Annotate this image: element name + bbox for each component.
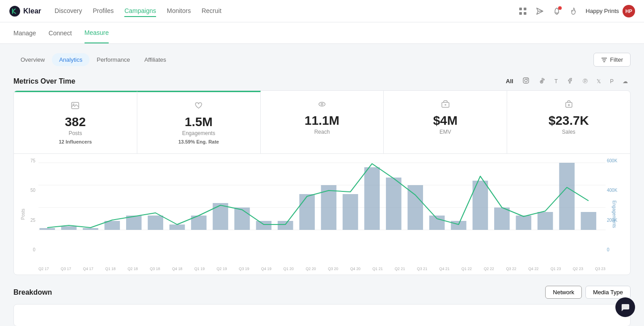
breakdown-title: Breakdown <box>13 288 52 296</box>
svg-rect-40 <box>429 216 445 230</box>
nav-right: Happy Prints HP <box>518 5 635 17</box>
svg-rect-44 <box>516 216 531 230</box>
svg-rect-38 <box>386 178 402 230</box>
svg-rect-8 <box>523 78 529 83</box>
svg-rect-37 <box>364 167 380 230</box>
logo[interactable]: Klear <box>9 5 41 17</box>
filter-icon <box>601 57 607 63</box>
svg-rect-39 <box>407 185 423 230</box>
platform-tiktok[interactable] <box>536 76 548 87</box>
svg-rect-33 <box>278 221 293 230</box>
platform-all[interactable]: All <box>503 76 516 86</box>
send-icon[interactable] <box>535 6 545 16</box>
svg-rect-36 <box>343 194 358 230</box>
top-nav: Klear Discovery Profiles Campaigns Monit… <box>0 0 644 22</box>
svg-point-0 <box>9 6 20 17</box>
stat-emv: $4M EMV <box>384 91 507 153</box>
tab-performance[interactable]: Performance <box>89 53 137 66</box>
sales-icon <box>564 100 573 111</box>
breakdown-bars <box>13 304 631 326</box>
engagements-sub: 13.59% Eng. Rate <box>178 139 219 144</box>
breakdown-tab-media-type[interactable]: Media Type <box>585 286 631 299</box>
platform-filter-bar: All T ⓟ 𝕏 P ☁ <box>503 76 631 87</box>
user-menu[interactable]: Happy Prints HP <box>586 5 635 17</box>
chat-icon <box>620 302 630 312</box>
svg-rect-28 <box>169 224 185 230</box>
svg-rect-43 <box>494 207 510 230</box>
nav-campaigns[interactable]: Campaigns <box>124 5 156 17</box>
notification-icon[interactable] <box>552 6 562 16</box>
platform-pinterest2[interactable]: ⓟ <box>580 76 590 86</box>
analytics-tabs-row: Overview Analytics Performance Affiliate… <box>13 53 631 67</box>
svg-rect-27 <box>148 216 163 230</box>
metrics-title: Metrics Over Time <box>13 77 75 85</box>
fire-icon[interactable] <box>569 6 579 16</box>
svg-rect-45 <box>538 212 553 230</box>
tab-analytics[interactable]: Analytics <box>52 53 89 66</box>
posts-label: Posts <box>68 130 82 136</box>
emv-icon <box>441 100 450 111</box>
svg-rect-30 <box>213 203 229 230</box>
breakdown-tab-network[interactable]: Network <box>545 286 582 299</box>
svg-rect-34 <box>299 194 315 230</box>
svg-point-17 <box>568 105 569 106</box>
reach-value: 11.1M <box>305 114 339 128</box>
svg-rect-3 <box>519 12 522 15</box>
user-name: Happy Prints <box>586 8 619 14</box>
breakdown-header: Breakdown Network Media Type <box>13 286 631 299</box>
user-avatar: HP <box>623 5 635 17</box>
platform-instagram[interactable] <box>520 76 532 87</box>
nav-profiles[interactable]: Profiles <box>93 5 114 17</box>
chart-svg <box>38 158 606 252</box>
subnav-manage[interactable]: Manage <box>13 23 36 43</box>
svg-point-14 <box>321 103 323 105</box>
filter-button[interactable]: Filter <box>593 53 631 67</box>
platform-facebook[interactable] <box>564 76 576 87</box>
metrics-section: Metrics Over Time All T ⓟ 𝕏 P ☁ <box>13 76 631 275</box>
svg-point-13 <box>319 102 325 106</box>
reach-icon <box>318 100 326 111</box>
svg-point-10 <box>527 79 528 80</box>
y-axis-left: 75 50 25 0 <box>22 158 35 252</box>
stats-row: 382 Posts 12 Influencers 1.5M Engagement… <box>14 91 630 154</box>
svg-point-12 <box>73 104 74 105</box>
svg-rect-24 <box>83 228 98 230</box>
platform-tiktok2[interactable]: T <box>552 77 560 86</box>
svg-rect-32 <box>256 221 271 230</box>
breakdown-tabs: Network Media Type <box>545 286 631 299</box>
subnav-connect[interactable]: Connect <box>49 23 72 43</box>
platform-pinterest[interactable]: P <box>607 77 616 86</box>
metrics-container: 382 Posts 12 Influencers 1.5M Engagement… <box>13 90 631 275</box>
grid-icon[interactable] <box>518 6 528 16</box>
sales-value: $23.7K <box>548 114 589 128</box>
svg-rect-41 <box>451 221 466 230</box>
nav-discovery[interactable]: Discovery <box>55 5 82 17</box>
svg-rect-4 <box>524 12 526 15</box>
posts-icon <box>71 101 80 112</box>
svg-rect-16 <box>566 102 572 107</box>
tab-affiliates[interactable]: Affiliates <box>137 53 174 66</box>
subnav-measure[interactable]: Measure <box>85 23 109 43</box>
svg-rect-47 <box>581 212 597 230</box>
tab-overview[interactable]: Overview <box>13 53 52 66</box>
chat-button[interactable] <box>615 297 635 317</box>
nav-recruit[interactable]: Recruit <box>202 5 221 17</box>
engagements-label: Engagements <box>182 130 215 136</box>
sales-label: Sales <box>562 129 576 135</box>
svg-point-9 <box>525 79 527 82</box>
x-axis-labels: Q2 17Q3 17Q4 17Q1 18Q2 18Q3 18Q4 18Q1 19… <box>38 267 606 271</box>
nav-monitors[interactable]: Monitors <box>167 5 191 17</box>
stat-engagements: 1.5M Engagements 13.59% Eng. Rate <box>137 91 261 153</box>
posts-sub: 12 Influencers <box>59 139 92 144</box>
posts-value: 382 <box>65 115 86 129</box>
breakdown-section: Breakdown Network Media Type <box>13 286 631 326</box>
klear-logo-icon <box>9 5 21 17</box>
emv-value: $4M <box>433 114 458 128</box>
platform-rss[interactable]: ☁ <box>620 77 631 86</box>
svg-rect-31 <box>234 207 250 230</box>
platform-twitter[interactable]: 𝕏 <box>594 77 604 86</box>
logo-text: Klear <box>23 7 41 15</box>
chart-container: Posts Engagements 75 50 25 0 600K 400K 2… <box>14 154 630 275</box>
engagements-icon <box>194 101 203 112</box>
main-nav-links: Discovery Profiles Campaigns Monitors Re… <box>55 5 518 17</box>
